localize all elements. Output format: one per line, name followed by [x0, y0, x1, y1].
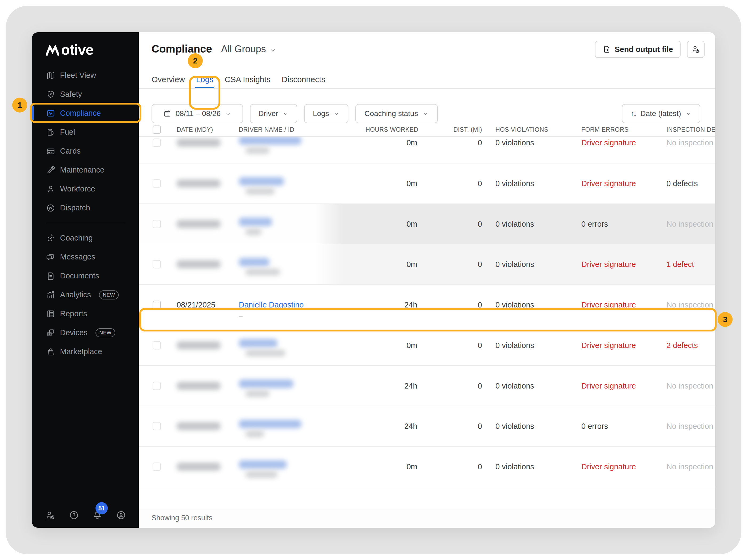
redacted-date: [177, 220, 221, 228]
table-row-highlighted[interactable]: 08/21/2025Danielle Dagostino–24h00 viola…: [139, 285, 715, 325]
row-checkbox[interactable]: [153, 422, 161, 430]
driver-id: –: [239, 312, 242, 320]
table-header: DATE (MDY) DRIVER NAME / ID HOURS WORKED…: [139, 123, 715, 136]
hos-violations-cell: 0 violations: [495, 462, 534, 471]
sidebar: otive Fleet ViewSafetyComplianceFuelCard…: [32, 32, 139, 528]
distance-cell: 0: [443, 341, 482, 350]
notification-count-badge: 51: [96, 502, 108, 514]
log-settings-button[interactable]: [687, 41, 704, 58]
devices-icon: [46, 328, 55, 337]
redacted-driver-name: [239, 420, 302, 428]
hos-violations-cell: 0 violations: [495, 219, 534, 228]
hours-worked-cell: 0m: [365, 179, 417, 188]
sidebar-item-label: Marketplace: [60, 347, 102, 356]
group-selector[interactable]: All Groups: [221, 44, 277, 55]
table-row[interactable]: 0m00 violations0 errorsNo inspection: [139, 204, 715, 244]
distance-cell: 0: [443, 462, 482, 471]
sort-dropdown[interactable]: ↑↓ Date (latest): [622, 104, 700, 123]
sidebar-item-analytics[interactable]: AnalyticsNEW: [32, 285, 139, 304]
new-badge: NEW: [99, 290, 119, 299]
file-export-icon: [602, 45, 611, 54]
hos-violations-cell: 0 violations: [495, 422, 534, 431]
bag-icon: [46, 347, 55, 356]
motive-logo-text: otive: [61, 41, 93, 58]
table-row[interactable]: 24h00 violations0 errorsNo inspection: [139, 406, 715, 447]
driver-filter[interactable]: Driver: [250, 104, 297, 123]
sidebar-item-marketplace[interactable]: Marketplace: [32, 342, 139, 361]
tab-label: Disconnects: [282, 75, 325, 84]
sidebar-item-cards[interactable]: Cards: [32, 141, 139, 161]
inspection-defects-cell: No inspection: [666, 462, 715, 471]
coaching-status-filter[interactable]: Coaching status: [355, 104, 438, 123]
table-row[interactable]: 0m00 violationsDriver signature1 defect: [139, 244, 715, 285]
bell-icon[interactable]: 51: [92, 510, 102, 520]
tab-csa-insights[interactable]: CSA Insights: [225, 71, 271, 88]
hours-worked-cell: 24h: [365, 422, 417, 431]
logs-filter-label: Logs: [313, 109, 329, 118]
tab-disconnects[interactable]: Disconnects: [282, 71, 325, 88]
table-row[interactable]: 24h00 violationsDriver signatureNo inspe…: [139, 366, 715, 406]
logs-filter[interactable]: Logs: [304, 104, 349, 123]
row-checkbox[interactable]: [153, 381, 161, 390]
table-row[interactable]: 0m00 violationsDriver signature0 defects: [139, 163, 715, 204]
sidebar-item-reports[interactable]: Reports: [32, 304, 139, 323]
sidebar-item-compliance[interactable]: Compliance: [32, 104, 139, 123]
row-checkbox[interactable]: [153, 463, 161, 471]
sidebar-item-safety[interactable]: Safety: [32, 85, 139, 104]
select-all-checkbox[interactable]: [153, 126, 161, 134]
sidebar-item-documents[interactable]: Documents: [32, 266, 139, 285]
new-badge: NEW: [96, 328, 115, 337]
tab-label: CSA Insights: [225, 75, 271, 84]
sidebar-item-label: Fuel: [60, 128, 75, 136]
sidebar-item-label: Safety: [60, 90, 82, 99]
form-errors-cell: Driver signature: [581, 341, 636, 350]
form-errors-cell: Driver signature: [581, 462, 636, 471]
row-checkbox[interactable]: [153, 138, 161, 146]
table-row[interactable]: 0m00 violationsDriver signature2 defects: [139, 325, 715, 366]
annotation-badge-1: 1: [12, 98, 27, 112]
row-checkbox[interactable]: [153, 260, 161, 269]
account-icon[interactable]: [116, 510, 126, 520]
row-checkbox[interactable]: [153, 341, 161, 350]
wrench-icon: [46, 166, 55, 175]
sidebar-item-workforce[interactable]: Workforce: [32, 180, 139, 198]
person-icon: [46, 185, 55, 194]
hours-worked-cell: 0m: [365, 260, 417, 269]
help-icon[interactable]: [69, 510, 79, 520]
date-range-value: 08/11 – 08/26: [176, 109, 221, 118]
sidebar-item-label: Cards: [60, 146, 81, 156]
redacted-driver-name: [239, 136, 302, 145]
column-header-date: DATE (MDY): [177, 126, 213, 133]
sidebar-item-coaching[interactable]: Coaching: [32, 229, 139, 247]
group-selector-label: All Groups: [221, 44, 266, 55]
sidebar-item-label: Dispatch: [60, 204, 90, 212]
row-checkbox[interactable]: [153, 301, 161, 309]
hours-worked-cell: 0m: [365, 462, 417, 471]
redacted-date: [177, 139, 221, 146]
chevron-down-icon: [225, 110, 231, 117]
document-icon: [46, 271, 55, 281]
date-range-filter[interactable]: 08/11 – 08/26: [152, 104, 243, 123]
sidebar-item-maintenance[interactable]: Maintenance: [32, 161, 139, 180]
tab-overview[interactable]: Overview: [152, 71, 185, 88]
sidebar-item-messages[interactable]: Messages: [32, 247, 139, 266]
sidebar-item-fuel[interactable]: Fuel: [32, 123, 139, 141]
row-checkbox[interactable]: [153, 220, 161, 228]
table-row[interactable]: 0m00 violationsDriver signatureNo inspec…: [139, 447, 715, 487]
sidebar-item-dispatch[interactable]: Dispatch: [32, 198, 139, 217]
driver-name-link[interactable]: Danielle Dagostino: [239, 300, 304, 309]
inspection-defects-cell: 0 defects: [666, 179, 715, 188]
annotation-badge-2: 2: [188, 53, 203, 68]
chevron-down-icon: [686, 110, 692, 117]
tab-logs[interactable]: Logs: [196, 71, 213, 88]
send-output-file-button[interactable]: Send output file: [595, 41, 680, 58]
sidebar-item-devices[interactable]: DevicesNEW: [32, 323, 139, 342]
form-errors-cell: Driver signature: [581, 300, 636, 309]
row-checkbox[interactable]: [153, 180, 161, 188]
fuel-icon: [46, 128, 55, 137]
user-gear-icon[interactable]: [45, 510, 55, 520]
sidebar-item-fleet-view[interactable]: Fleet View: [32, 66, 139, 85]
inspection-defects-cell: 2 defects: [666, 341, 715, 350]
hos-violations-cell: 0 violations: [495, 341, 534, 350]
table-row[interactable]: 0m00 violationsDriver signatureNo inspec…: [139, 136, 715, 163]
